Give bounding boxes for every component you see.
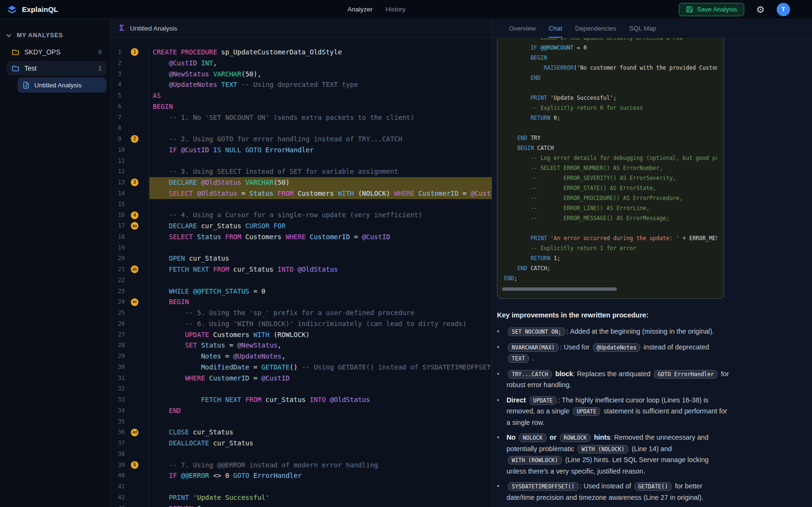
code-line[interactable]: 5AS [111,90,492,101]
save-analysis-button[interactable]: Save Analysis [679,3,744,16]
code-line[interactable]: 35 [111,416,492,427]
code-line[interactable]: 42 PRINT 'Update Successful' [111,492,492,503]
code-line[interactable]: 43 RETURN 0 [111,503,492,507]
tab-chat[interactable]: Chat [548,19,562,38]
rewritten-code-line: END TRY [504,133,717,143]
code-line[interactable]: 26 -- 6. Using 'WITH (NOLOCK)' indiscrim… [111,318,492,329]
code-line[interactable]: 12 -- 3. Using SELECT instead of SET for… [111,166,492,177]
code-line[interactable]: 164 -- 4. Using a Cursor for a single-ro… [111,210,492,221]
code-token: ; [514,275,517,282]
code-line[interactable]: 11CREATE PROCEDURE sp_UpdateCustomerData… [111,47,492,58]
code-block-hscrollbar[interactable] [504,287,717,291]
code-line[interactable]: 395 -- 7. Using @@ERROR instead of moder… [111,460,492,471]
code-token: FROM [277,190,297,197]
rewritten-code-line: -- Check if the update actually affected… [504,38,717,43]
annotation-badge[interactable]: 4 [131,211,138,219]
code-line[interactable]: 23 WHILE @@FETCH_STATUS = 0 [111,286,492,297]
code-line[interactable]: 37 DEALLOCATE cur_Status [111,438,492,449]
hscrollbar-thumb[interactable] [502,287,617,291]
code-line[interactable]: 25 -- 5. Using the 'sp_' prefix for a us… [111,307,492,318]
nav-analyzer[interactable]: Analyzer [348,6,373,13]
code-line[interactable]: 6BEGIN [111,101,492,112]
code-line[interactable]: 19 [111,243,492,254]
code-line[interactable]: 20 OPEN cur_Status [111,253,492,264]
settings-gear-icon[interactable]: ⚙ [756,5,765,14]
annotation-badge[interactable]: 4c [131,298,138,306]
code-line[interactable]: 244c BEGIN [111,296,492,307]
code-line[interactable]: 41 [111,481,492,492]
annotation-badge[interactable]: 3 [131,179,138,186]
code-line[interactable]: 92 -- 2. Using GOTO for error handling i… [111,134,492,145]
code-line[interactable]: 15 [111,199,492,210]
sidebar-folder-test[interactable]: Test 1 [7,61,106,75]
code-line[interactable]: 29 Notes = @UpdateNotes, [111,351,492,362]
code-token: UPDATE [185,331,213,338]
code-line[interactable]: 18 SELECT Status FROM Customers WHERE Cu… [111,232,492,243]
tab-dependencies[interactable]: Dependencies [575,19,616,38]
code-line[interactable]: 4 @UpdateNotes TEXT -- Using deprecated … [111,79,492,90]
code-line[interactable]: 38 [111,449,492,460]
my-analyses-label: MY ANALYSES [17,32,63,39]
code-line[interactable]: 40 IF @@ERROR <> 0 GOTO ErrorHandler [111,470,492,481]
code-line[interactable]: 28 SET Status = @NewStatus, [111,340,492,351]
tab-overview[interactable]: Overview [509,19,536,38]
code-token: INTO [310,396,330,403]
annotation-badge[interactable]: 1 [131,48,138,56]
code-token: WITH [338,190,358,197]
folder-count: 8 [98,49,102,55]
code-line[interactable]: 30 ModifiedDate = GETDATE() -- Using GET… [111,362,492,373]
tab-sql-map[interactable]: SQL Map [629,19,656,38]
code-line[interactable]: 32 [111,383,492,394]
code-line-text [149,416,492,427]
code-token: -- 5. Using the 'sp_' prefix for a user-… [185,309,414,317]
code-line[interactable]: 27 UPDATE Customers WITH (ROWLOCK) [111,329,492,340]
code-line[interactable]: 11 [111,156,492,167]
annotation-badge[interactable]: 4b [131,265,138,273]
code-token: cur_Status [265,396,310,403]
code-line[interactable]: 2 @CustID INT, [111,58,492,69]
line-gutter: 11 [111,47,149,58]
code-line[interactable]: 10 IF @CustID IS NULL GOTO ErrorHandler [111,145,492,156]
rewritten-code-line: IF @@ROWCOUNT = 0 [504,43,717,53]
code-token [153,114,169,121]
code-line[interactable]: 364d CLOSE cur_Status [111,427,492,438]
sql-editor-panel: Σ Untitled Analysis 11CREATE PROCEDURE s… [111,19,492,507]
code-line[interactable]: 8 [111,123,492,134]
code-token: VARCHAR [213,70,241,78]
code-line[interactable]: 214b FETCH NEXT FROM cur_Status INTO @Ol… [111,264,492,275]
my-analyses-header[interactable]: MY ANALYSES [0,30,106,41]
code-token: -- 2. Using GOTO for error handling inst… [169,135,402,143]
code-token: -- 7. Using @@ERROR instead of modern er… [169,461,378,469]
text-segment: : Used instead of [580,482,633,490]
improvement-text: TRY...CATCH block: Replaces the antiquat… [506,369,729,391]
code-line[interactable]: 31 WHERE CustomerID = @CustID [111,373,492,384]
code-token: FETCH NEXT [201,396,245,403]
user-avatar[interactable]: T [777,3,790,16]
code-token: Customers [213,331,253,338]
sql-code-area[interactable]: 11CREATE PROCEDURE sp_UpdateCustomerData… [111,38,492,507]
code-line-text: Notes = @UpdateNotes, [149,351,492,362]
annotation-badge[interactable]: 2 [131,135,138,143]
nav-history[interactable]: History [386,6,406,13]
code-token: = 0 [577,44,587,51]
code-token: @@ERROR [181,472,213,479]
code-line[interactable]: 133 DECLARE @OldStatus VARCHAR(50) [111,177,492,188]
annotation-badge[interactable]: 4d [131,429,138,436]
code-line[interactable]: 174a DECLARE cur_Status CURSOR FOR [111,221,492,232]
rewritten-code-line [504,123,717,133]
sidebar-file-untitled-analysis[interactable]: Untitled Analysis [18,77,106,93]
code-line[interactable]: 14 SELECT @OldStatus = Status FROM Custo… [111,188,492,199]
annotation-badge[interactable]: 5 [131,461,138,469]
code-token: @@ROWCOUNT [540,44,577,51]
code-line[interactable]: 33 FETCH NEXT FROM cur_Status INTO @OldS… [111,394,492,405]
code-line[interactable]: 7 -- 1. No 'SET NOCOUNT ON' (sends extra… [111,112,492,123]
code-chip: NOLOCK [519,433,547,442]
annotation-badge[interactable]: 4a [131,222,138,230]
code-line[interactable]: 3 @NewStatus VARCHAR(50), [111,69,492,80]
improvements-list: •SET NOCOUNT ON;: Added at the beginning… [497,326,729,507]
code-line[interactable]: 34 END [111,405,492,416]
line-number: 22 [118,275,129,286]
code-line[interactable]: 22 [111,275,492,286]
sidebar-folder-skdy-ops[interactable]: SKDY_OPS 8 [0,45,106,59]
code-chip: NVARCHAR(MAX) [508,343,559,352]
